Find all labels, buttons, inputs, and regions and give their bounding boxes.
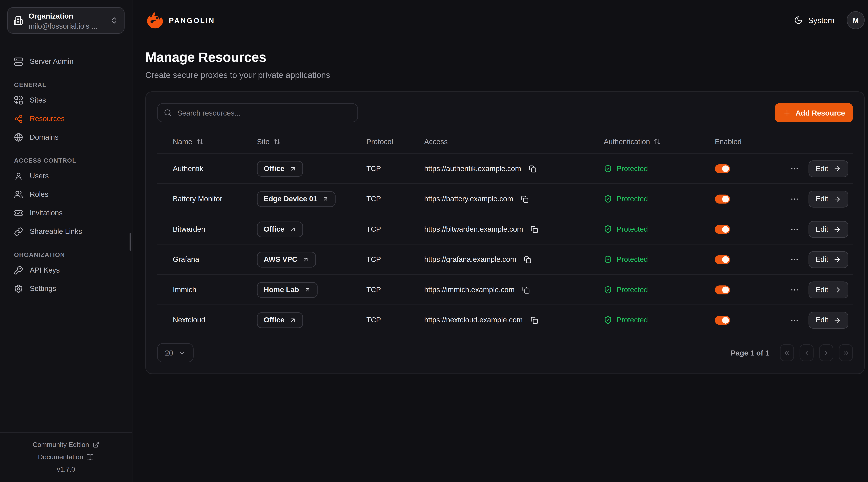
pager-controls: Page 1 of 1 <box>731 345 853 361</box>
row-menu-button[interactable] <box>789 163 800 174</box>
topbar: PANGOLIN System M <box>132 0 868 40</box>
copy-icon[interactable] <box>528 314 539 326</box>
sidebar-item-shareable-links[interactable]: Shareable Links <box>7 222 125 240</box>
main-area: PANGOLIN System M Manage Resources Creat… <box>132 0 868 482</box>
arrow-right-icon <box>833 316 841 324</box>
users-icon <box>14 190 23 199</box>
sidebar-item-domains[interactable]: Domains <box>7 128 125 147</box>
avatar[interactable]: M <box>847 11 865 29</box>
site-link-button[interactable]: Edge Device 01 <box>257 191 336 207</box>
row-menu-button[interactable] <box>789 254 800 265</box>
toggle-knob <box>722 165 729 172</box>
enabled-toggle[interactable] <box>715 315 730 324</box>
sidebar-item-api-keys[interactable]: API Keys <box>7 261 125 279</box>
copy-icon[interactable] <box>519 193 530 204</box>
last-page-button[interactable] <box>839 345 853 361</box>
sidebar-item-server-admin[interactable]: Server Admin <box>7 52 125 71</box>
sidebar-item-sites[interactable]: Sites <box>7 91 125 109</box>
column-header-site[interactable]: Site <box>257 137 366 146</box>
enabled-toggle[interactable] <box>715 255 730 264</box>
arrow-up-right-icon <box>302 256 309 263</box>
column-header-name[interactable]: Name <box>173 137 257 146</box>
column-header-access: Access <box>424 137 603 146</box>
page-title: Manage Resources <box>145 49 865 65</box>
sidebar-item-resources[interactable]: Resources <box>7 109 125 128</box>
copy-icon[interactable] <box>529 223 540 235</box>
copy-icon[interactable] <box>527 163 538 174</box>
plus-icon <box>783 108 791 117</box>
sidebar-item-invitations[interactable]: Invitations <box>7 203 125 222</box>
enabled-toggle[interactable] <box>715 164 730 173</box>
site-link-button[interactable]: Office <box>257 312 303 328</box>
app-window: Organization milo@fossorial.io's ... Ser… <box>0 0 868 482</box>
version-label: v1.7.0 <box>0 463 132 476</box>
external-link-icon <box>93 441 99 448</box>
sidebar-item-users[interactable]: Users <box>7 167 125 185</box>
community-edition-link[interactable]: Community Edition <box>0 439 132 451</box>
edit-button[interactable]: Edit <box>808 190 848 207</box>
page-subtitle: Create secure proxies to your private ap… <box>145 70 865 79</box>
pangolin-logo-icon <box>145 11 164 30</box>
next-page-button[interactable] <box>819 345 833 361</box>
edit-button[interactable]: Edit <box>808 312 848 328</box>
row-menu-button[interactable] <box>789 314 800 326</box>
arrow-right-icon <box>833 255 841 263</box>
resource-name: Nextcloud <box>173 316 257 324</box>
page-size-select[interactable]: 20 <box>157 343 194 362</box>
edit-button[interactable]: Edit <box>808 251 848 268</box>
chevron-right-icon <box>823 349 830 356</box>
documentation-link[interactable]: Documentation <box>0 451 132 463</box>
theme-selector[interactable]: System <box>794 15 834 25</box>
site-link-button[interactable]: Home Lab <box>257 282 317 297</box>
first-page-button[interactable] <box>780 345 794 361</box>
edit-button[interactable]: Edit <box>808 160 848 177</box>
table-row: Authentik Office TCP https://authent <box>157 153 853 183</box>
resources-table: Name Site Protocol Access <box>157 130 853 335</box>
row-menu-button[interactable] <box>789 223 800 235</box>
enabled-toggle[interactable] <box>715 194 730 203</box>
share-nodes-icon <box>14 114 23 123</box>
org-selector-subtitle: milo@fossorial.io's ... <box>29 22 97 30</box>
table-body: Authentik Office TCP https://authent <box>157 153 853 335</box>
site-name: Home Lab <box>264 285 299 294</box>
edit-label: Edit <box>815 255 828 263</box>
edit-label: Edit <box>815 164 828 173</box>
add-resource-button[interactable]: Add Resource <box>775 103 853 122</box>
sidebar-scrollbar-thumb[interactable] <box>130 233 131 251</box>
site-link-button[interactable]: Office <box>257 221 303 237</box>
search-icon <box>164 109 172 117</box>
auth-status-badge: Protected <box>617 316 648 324</box>
community-edition-label: Community Edition <box>33 441 89 449</box>
sort-icon <box>196 137 204 145</box>
brand-logo: PANGOLIN <box>145 11 215 30</box>
chevrons-right-icon <box>842 349 849 356</box>
resource-name: Immich <box>173 285 257 294</box>
row-menu-button[interactable] <box>789 193 800 204</box>
site-link-button[interactable]: Office <box>257 161 303 176</box>
arrow-up-right-icon <box>322 195 329 202</box>
chevrons-left-icon <box>783 349 790 356</box>
sidebar-nav: Server Admin GENERAL Sites Resources Dom… <box>0 41 132 298</box>
topbar-right: System M <box>794 11 865 29</box>
edit-button[interactable]: Edit <box>808 221 848 237</box>
row-menu-button[interactable] <box>789 284 800 295</box>
copy-icon[interactable] <box>522 254 533 265</box>
edit-button[interactable]: Edit <box>808 281 848 298</box>
site-link-button[interactable]: AWS VPC <box>257 252 316 267</box>
sidebar-item-settings[interactable]: Settings <box>7 279 125 298</box>
enabled-toggle[interactable] <box>715 225 730 233</box>
org-selector-title: Organization <box>29 11 73 20</box>
prev-page-button[interactable] <box>800 345 814 361</box>
copy-icon[interactable] <box>520 284 532 295</box>
column-header-authentication[interactable]: Authentication <box>604 137 715 146</box>
search-input[interactable] <box>176 108 351 118</box>
auth-status-badge: Protected <box>617 255 648 263</box>
page-size-value: 20 <box>165 349 173 357</box>
org-selector[interactable]: Organization milo@fossorial.io's ... <box>7 7 125 34</box>
access-url: https://bitwarden.example.com <box>424 225 523 233</box>
sidebar-item-roles[interactable]: Roles <box>7 185 125 204</box>
card-toolbar: Add Resource <box>157 103 853 122</box>
resource-name: Authentik <box>173 164 257 173</box>
chevron-down-icon <box>179 349 186 356</box>
enabled-toggle[interactable] <box>715 285 730 294</box>
